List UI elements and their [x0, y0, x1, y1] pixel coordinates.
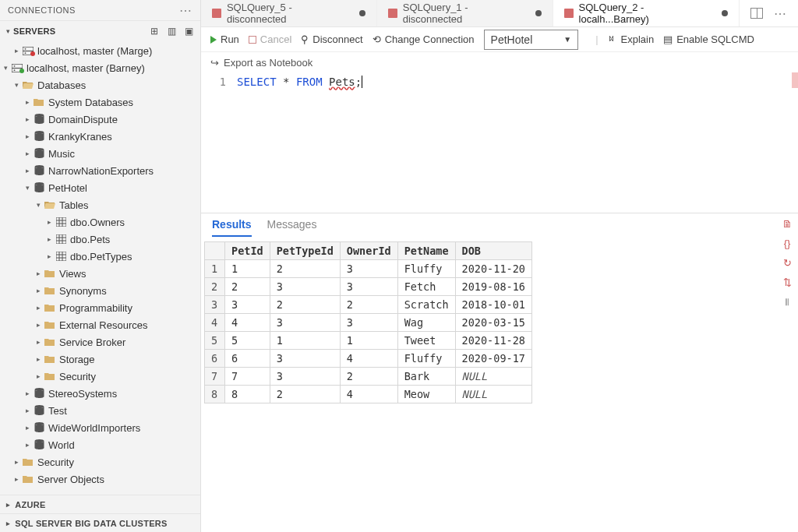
bigdata-section-header[interactable]: ▸ SQL SERVER BIG DATA CLUSTERS [0, 513, 200, 532]
grid-cell[interactable]: Meow [397, 386, 455, 403]
table-row[interactable]: 2233Fetch2019-08-16 [205, 278, 532, 296]
table-row[interactable]: 6634Fluffy2020-09-17 [205, 350, 532, 368]
grid-cell[interactable]: 7 [225, 368, 270, 386]
db-subfolder[interactable]: ▸Programmability [0, 299, 200, 316]
database-node[interactable]: ▸DomainDispute [0, 111, 200, 128]
new-group-icon[interactable]: ▥ [166, 26, 177, 37]
database-node[interactable]: ▸Test [0, 402, 200, 419]
tables-folder[interactable]: ▾ Tables [0, 196, 200, 213]
db-subfolder[interactable]: ▸Service Broker [0, 333, 200, 351]
row-number[interactable]: 4 [205, 314, 225, 332]
server-folder[interactable]: ▸Server Objects [0, 470, 200, 488]
refresh-icon[interactable]: ↻ [783, 257, 792, 269]
grid-corner[interactable] [205, 242, 225, 260]
grid-cell[interactable]: 4 [340, 386, 397, 403]
grid-cell[interactable]: 2 [270, 386, 340, 403]
table-row[interactable]: 7732BarkNULL [205, 368, 532, 386]
grid-cell[interactable]: Bark [397, 368, 455, 386]
grid-cell[interactable]: 6 [225, 350, 270, 368]
grid-cell[interactable]: 2 [340, 368, 397, 386]
tab-sqlquery5[interactable]: SQLQuery_5 - disconnected [201, 0, 377, 26]
db-subfolder[interactable]: ▸Views [0, 265, 200, 282]
table-row[interactable]: 5511Tweet2020-11-28 [205, 332, 532, 350]
grid-cell[interactable]: 3 [270, 314, 340, 332]
results-grid[interactable]: PetIdPetTypeIdOwnerIdPetNameDOB 1123Fluf… [204, 241, 532, 403]
database-pethotel[interactable]: ▾ PetHotel [0, 179, 200, 196]
row-number[interactable]: 7 [205, 368, 225, 386]
grid-cell[interactable]: Fluffy [397, 350, 455, 368]
grid-cell[interactable]: 5 [225, 332, 270, 350]
row-number[interactable]: 6 [205, 350, 225, 368]
grid-cell[interactable]: 2 [270, 296, 340, 314]
export-json-icon[interactable]: {} [784, 238, 791, 249]
grid-cell[interactable]: 4 [225, 314, 270, 332]
column-header[interactable]: PetId [225, 242, 270, 260]
table-row[interactable]: 3322Scratch2018-10-01 [205, 296, 532, 314]
database-selector[interactable]: PetHotel ▼ [484, 30, 579, 50]
grid-cell[interactable]: 2020-11-28 [455, 332, 531, 350]
column-header[interactable]: OwnerId [340, 242, 397, 260]
row-number[interactable]: 5 [205, 332, 225, 350]
grid-cell[interactable]: Tweet [397, 332, 455, 350]
database-node[interactable]: ▸KrankyKranes [0, 128, 200, 145]
chart-icon[interactable]: ⫴ [785, 296, 789, 308]
new-connection-icon[interactable]: ⊞ [149, 26, 160, 37]
database-node[interactable]: ▸NarrowNationExporters [0, 162, 200, 179]
grid-cell[interactable]: NULL [455, 386, 531, 403]
change-connection-button[interactable]: ⟲ Change Connection [373, 33, 475, 45]
grid-cell[interactable]: 1 [270, 332, 340, 350]
database-node[interactable]: ▸WideWorldImporters [0, 419, 200, 436]
column-header[interactable]: PetName [397, 242, 455, 260]
messages-tab[interactable]: Messages [267, 218, 317, 237]
sql-editor[interactable]: 1 SELECT * FROM Pets; [201, 72, 798, 213]
run-button[interactable]: Run [210, 33, 239, 45]
grid-cell[interactable]: 2020-11-20 [455, 260, 531, 278]
databases-folder[interactable]: ▾ Databases [0, 76, 200, 93]
grid-cell[interactable]: 2020-03-15 [455, 314, 531, 332]
grid-cell[interactable]: 3 [270, 368, 340, 386]
table-node[interactable]: ▸dbo.Owners [0, 213, 200, 231]
server-toolbar-icon[interactable]: ▣ [183, 26, 194, 37]
database-node[interactable]: ▸Music [0, 145, 200, 162]
tab-overflow-icon[interactable]: ⋯ [774, 6, 787, 21]
grid-cell[interactable]: Scratch [397, 296, 455, 314]
server-node-marge[interactable]: ▸ localhost, master (Marge) [0, 42, 200, 59]
grid-cell[interactable]: Fluffy [397, 260, 455, 278]
tab-sqlquery1[interactable]: SQLQuery_1 - disconnected [377, 0, 553, 26]
export-notebook-button[interactable]: Export as Notebook [224, 57, 312, 69]
db-subfolder[interactable]: ▸Storage [0, 351, 200, 368]
grid-cell[interactable]: 2 [270, 260, 340, 278]
row-number[interactable]: 3 [205, 296, 225, 314]
table-node[interactable]: ▸dbo.PetTypes [0, 248, 200, 265]
grid-cell[interactable]: 8 [225, 386, 270, 403]
grid-cell[interactable]: Fetch [397, 278, 455, 296]
db-subfolder[interactable]: ▸External Resources [0, 316, 200, 333]
grid-cell[interactable]: 3 [340, 278, 397, 296]
grid-cell[interactable]: 3 [270, 350, 340, 368]
azure-section-header[interactable]: ▸ AZURE [0, 495, 200, 513]
connections-more-icon[interactable]: ⋯ [179, 3, 192, 18]
explain-button[interactable]: ᢂ Explain [608, 33, 655, 45]
grid-cell[interactable]: 3 [340, 260, 397, 278]
grid-cell[interactable]: Wag [397, 314, 455, 332]
enable-sqlcmd-button[interactable]: ▤ Enable SQLCMD [663, 33, 754, 45]
system-databases-folder[interactable]: ▸ System Databases [0, 93, 200, 111]
grid-cell[interactable]: 3 [270, 278, 340, 296]
database-node[interactable]: ▸World [0, 436, 200, 453]
grid-cell[interactable]: 3 [225, 296, 270, 314]
grid-cell[interactable]: 2018-10-01 [455, 296, 531, 314]
grid-cell[interactable]: 2 [225, 278, 270, 296]
db-subfolder[interactable]: ▸Security [0, 368, 200, 385]
grid-cell[interactable]: 3 [340, 314, 397, 332]
column-header[interactable]: PetTypeId [270, 242, 340, 260]
grid-cell[interactable]: 4 [340, 350, 397, 368]
server-node-barney[interactable]: ▾ localhost, master (Barney) [0, 59, 200, 76]
server-folder[interactable]: ▸Security [0, 453, 200, 470]
table-row[interactable]: 1123Fluffy2020-11-20 [205, 260, 532, 278]
table-row[interactable]: 4433Wag2020-03-15 [205, 314, 532, 332]
cancel-button[interactable]: Cancel [249, 33, 291, 45]
database-node[interactable]: ▸StereoSystems [0, 385, 200, 402]
table-node[interactable]: ▸dbo.Pets [0, 231, 200, 248]
grid-cell[interactable]: 2019-08-16 [455, 278, 531, 296]
grid-cell[interactable]: 1 [340, 332, 397, 350]
